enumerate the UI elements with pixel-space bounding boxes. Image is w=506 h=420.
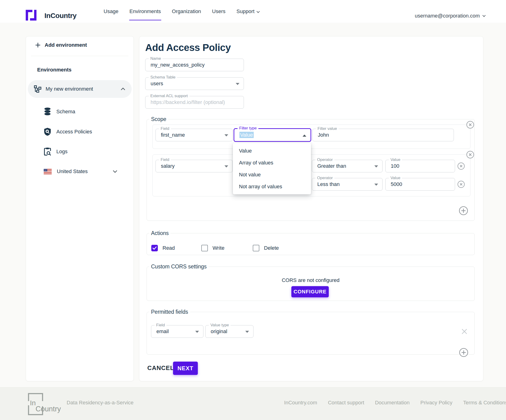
add-permitted-field-button[interactable]: [459, 348, 468, 357]
add-scope-rule-button[interactable]: [459, 206, 468, 215]
filter-value-field[interactable]: Filter value: [312, 129, 454, 141]
condition-value-input[interactable]: [391, 178, 446, 190]
value-type-select[interactable]: Value type original: [205, 325, 253, 338]
scope-field-value: salary: [161, 160, 175, 172]
permitted-field-value: email: [156, 325, 169, 337]
condition-value-input[interactable]: [391, 160, 446, 172]
us-flag-icon: [44, 169, 52, 174]
checkbox-label: Delete: [264, 245, 279, 251]
incountry-logo-icon: [26, 10, 36, 20]
page-footer: In Country Data Residency-as-a-Service I…: [0, 387, 506, 420]
configure-cors-button[interactable]: CONFIGURE: [291, 286, 329, 297]
schema-table-value: users: [151, 78, 163, 90]
sidebar-divider: [31, 56, 128, 56]
footer-links: InCountry.com Contact support Documentat…: [284, 400, 506, 406]
shield-search-icon: [44, 128, 51, 136]
permitted-field-select[interactable]: Field email: [151, 325, 203, 338]
menu-option-not-value[interactable]: Not value: [233, 169, 311, 181]
checkbox-checked-icon[interactable]: [151, 245, 158, 251]
chevron-up-icon[interactable]: [120, 87, 126, 91]
plus-icon: [35, 42, 41, 48]
actions-section: Actions Read Write Delete: [146, 230, 475, 255]
external-acl-input[interactable]: [151, 96, 235, 108]
select-arrow-icon: [374, 165, 378, 168]
remove-scope-rule-button[interactable]: [466, 151, 474, 159]
svg-text:Country: Country: [36, 405, 61, 413]
menu-option-value[interactable]: Value: [233, 145, 311, 157]
nav-support[interactable]: Support: [236, 8, 260, 14]
operator-value: Less than: [317, 178, 340, 190]
scope-field-select[interactable]: Field first_name: [155, 129, 233, 141]
environment-name: My new environment: [46, 86, 120, 92]
checkbox-unchecked-icon[interactable]: [253, 245, 259, 251]
external-acl-field[interactable]: External ACL support: [145, 96, 244, 109]
user-email: username@corporation.com: [415, 13, 480, 19]
clipboard-search-icon: [44, 147, 51, 156]
chevron-down-icon[interactable]: [113, 170, 118, 173]
nav-organization[interactable]: Organization: [172, 8, 201, 14]
remove-condition-button[interactable]: [457, 181, 465, 188]
top-header: InCountry Usage Environments Organizatio…: [0, 0, 506, 23]
scope-rule-row: Field first_name Filter type Value Filte…: [153, 124, 470, 149]
value-type-value: original: [211, 325, 227, 337]
select-arrow-icon: [374, 184, 378, 186]
sidebar-item-label: Schema: [56, 109, 75, 115]
scope-rule-row: Field salary Operator Greater than Value…: [153, 155, 470, 196]
nav-environments[interactable]: Environments: [130, 8, 161, 14]
next-button[interactable]: NEXT: [173, 362, 198, 375]
workflow-icon: [34, 85, 41, 93]
select-arrow-icon: [236, 83, 240, 85]
nav-users[interactable]: Users: [212, 8, 225, 14]
add-environment-button[interactable]: Add environment: [35, 42, 87, 48]
menu-option-array-of-values[interactable]: Array of values: [233, 157, 311, 169]
scope-field-select[interactable]: Field salary: [155, 160, 233, 172]
name-field[interactable]: Name: [145, 59, 244, 71]
environments-sidebar: Add environment Environments My new envi…: [26, 36, 134, 381]
permitted-fields-legend: Permitted fields: [149, 309, 190, 315]
schema-table-select[interactable]: Schema Table users: [145, 77, 244, 90]
footer-tagline: Data Residency-as-a-Service: [67, 400, 133, 406]
svg-text:In: In: [30, 399, 36, 407]
user-menu[interactable]: username@corporation.com: [415, 13, 486, 19]
sidebar-item-access-policies[interactable]: Access Policies: [44, 127, 92, 136]
action-read[interactable]: Read: [151, 245, 175, 251]
sidebar-item-country[interactable]: United States: [44, 167, 88, 176]
app: InCountry Usage Environments Organizatio…: [0, 0, 506, 420]
remove-permitted-field-button[interactable]: [461, 329, 467, 335]
menu-option-not-array-of-values[interactable]: Not array of values: [233, 181, 311, 193]
cors-section: Custom CORS settings CORS are not config…: [146, 264, 475, 301]
checkbox-label: Write: [213, 245, 225, 251]
condition-value-field[interactable]: Value: [385, 178, 455, 191]
action-delete[interactable]: Delete: [253, 245, 279, 251]
footer-link-contact-support[interactable]: Contact support: [328, 400, 364, 406]
footer-link-privacy-policy[interactable]: Privacy Policy: [420, 400, 453, 406]
sidebar-item-logs[interactable]: Logs: [44, 147, 67, 156]
nav-usage[interactable]: Usage: [104, 8, 119, 14]
footer-link-terms[interactable]: Terms & Conditions: [463, 400, 506, 406]
main-nav: Usage Environments Organization Users Su…: [104, 0, 260, 23]
condition-value-field[interactable]: Value: [385, 160, 455, 172]
select-arrow-icon: [225, 165, 228, 168]
remove-condition-button[interactable]: [457, 162, 465, 170]
cancel-button[interactable]: CANCEL: [147, 364, 174, 372]
filter-type-select[interactable]: Filter type Value: [233, 128, 311, 142]
actions-legend: Actions: [149, 230, 170, 236]
sidebar-item-schema[interactable]: Schema: [44, 107, 75, 116]
footer-link-documentation[interactable]: Documentation: [375, 400, 410, 406]
remove-scope-rule-button[interactable]: [466, 121, 474, 129]
chevron-down-icon: [482, 15, 486, 17]
sidebar-heading: Environments: [37, 67, 72, 73]
action-write[interactable]: Write: [201, 245, 225, 251]
filter-type-dropdown-menu: Value Array of values Not value Not arra…: [233, 143, 311, 194]
operator-select[interactable]: Operator Greater than: [312, 160, 383, 172]
checkbox-unchecked-icon[interactable]: [201, 245, 208, 251]
filter-type-value: Value: [240, 132, 254, 138]
cors-legend: Custom CORS settings: [149, 264, 209, 270]
sidebar-item-label: Logs: [56, 149, 67, 155]
operator-select[interactable]: Operator Less than: [312, 178, 383, 191]
name-input[interactable]: [151, 59, 235, 71]
footer-link-incountry[interactable]: InCountry.com: [284, 400, 317, 406]
sidebar-item-my-new-environment[interactable]: My new environment: [28, 80, 132, 98]
incountry-footer-logo: In Country: [26, 392, 61, 416]
filter-value-input[interactable]: [318, 129, 445, 141]
